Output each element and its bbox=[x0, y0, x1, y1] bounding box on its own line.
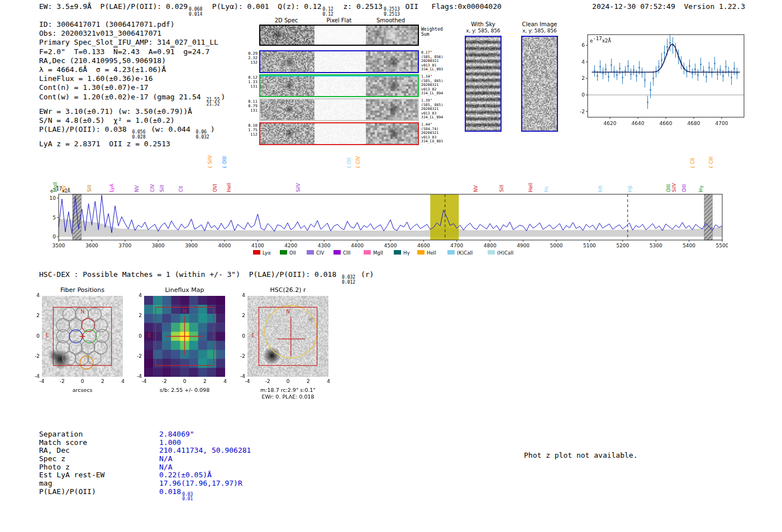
weighted-pixelflat-image bbox=[314, 26, 366, 45]
x-axis-tick-label: 2 bbox=[199, 378, 211, 384]
x-axis-tick-label: -2 bbox=[159, 378, 170, 384]
legend-entry: (H)CaII bbox=[497, 250, 513, 256]
fiber-weight-labels: 0.110.79131 bbox=[246, 99, 258, 113]
match-field-label: Spec z bbox=[39, 454, 159, 463]
north-compass-label: N bbox=[286, 309, 290, 314]
svg-text:5: 5 bbox=[53, 215, 56, 221]
spec2d-flat-image bbox=[314, 75, 366, 96]
emission-line-label: NV bbox=[134, 185, 140, 192]
emission-line-label: OIII bbox=[666, 184, 671, 192]
spec2d-flat-image bbox=[314, 123, 366, 144]
spec2d-fiber-row bbox=[259, 50, 419, 73]
full-spectrum-plot: 3500360037003800390040004100420043004400… bbox=[49, 155, 728, 261]
svg-text:4200: 4200 bbox=[284, 243, 297, 248]
with-sky-image bbox=[466, 37, 500, 131]
emission-line-label: OIII bbox=[681, 184, 687, 192]
match-table-row: mag17.96(17.96,17.97)R bbox=[39, 479, 251, 487]
spec2d-smooth-image bbox=[366, 123, 418, 144]
svg-text:4640: 4640 bbox=[632, 121, 645, 126]
north-compass-label: N bbox=[183, 309, 187, 314]
svg-text:4000: 4000 bbox=[218, 243, 231, 248]
lineflux-map-overlay: NE bbox=[144, 296, 225, 377]
svg-text:4500: 4500 bbox=[384, 243, 397, 248]
fiber-weight-labels: 0.101.75112 bbox=[246, 123, 258, 137]
info-line-radec: RA,Dec (210.410995,50.906918) bbox=[39, 56, 225, 65]
lineflux-map-image: NE bbox=[144, 296, 225, 377]
col-title-smoothed: Smoothed bbox=[365, 17, 417, 23]
svg-text:4660: 4660 bbox=[660, 121, 673, 126]
match-table-row: RA, Dec210.411734, 50.906281 bbox=[39, 446, 251, 454]
panel-title: Lineflux Map bbox=[144, 286, 225, 294]
match-field-value: N/A bbox=[159, 454, 172, 463]
svg-text:4800: 4800 bbox=[484, 243, 497, 248]
weighted-label-line1: Weighted bbox=[421, 27, 443, 32]
emission-line-label: NV bbox=[473, 185, 479, 192]
col-title-pixel-flat: Pixel Flat bbox=[313, 17, 365, 23]
fiber-weight-labels: 0.292.32132 bbox=[246, 51, 258, 65]
match-field-value: N/A bbox=[159, 463, 172, 471]
svg-text:3800: 3800 bbox=[152, 243, 165, 248]
emission-line-label: Hε bbox=[543, 186, 549, 192]
spec2d-fiber-row bbox=[259, 74, 419, 97]
plus-minus-range: 0.060.032 bbox=[196, 130, 209, 140]
svg-text:3600: 3600 bbox=[85, 243, 98, 248]
match-field-label: Photo z bbox=[39, 463, 159, 471]
svg-text:4600: 4600 bbox=[417, 243, 430, 248]
emission-line-label: Hβ bbox=[627, 185, 633, 192]
plus-minus-range: 0.0320.012 bbox=[342, 275, 355, 285]
emission-line-label: SiII bbox=[499, 185, 504, 192]
spec2d-fiber-row bbox=[259, 122, 419, 145]
svg-text:5100: 5100 bbox=[583, 243, 596, 248]
plus-minus-range: 21.5521.52 bbox=[206, 98, 220, 107]
y-axis-tick-label: 2 bbox=[26, 313, 40, 318]
info-line-seeing: F=2.0" T=0.133 N=2.43 A=0.91 g=24.7 bbox=[39, 47, 225, 56]
emission-line-label: { CII bbox=[690, 158, 695, 169]
col-title-2d-spec: 2D Spec bbox=[259, 17, 313, 23]
y-axis-tick-label: -2 bbox=[128, 353, 142, 359]
full-spectrum-svg: 3500360037003800390040004100420043004400… bbox=[49, 155, 728, 261]
with-sky-title: With Sky bbox=[458, 21, 508, 27]
east-compass-label: E bbox=[46, 333, 49, 338]
plus-minus-range: 0.030.01 bbox=[182, 492, 193, 502]
legend-entry: HeII bbox=[427, 250, 436, 256]
match-field-label: Match score bbox=[39, 438, 159, 447]
weighted-label-line2: Sum bbox=[421, 32, 443, 37]
north-compass-label: N bbox=[80, 309, 84, 314]
svg-text:5400: 5400 bbox=[683, 243, 695, 248]
weighted-2dspec-image bbox=[260, 26, 314, 45]
spec2d-section: 2D Spec Pixel Flat Smoothed Weighted Sum… bbox=[246, 0, 480, 152]
x-axis-tick-label: 4 bbox=[323, 378, 334, 384]
x-axis-tick-label: -2 bbox=[262, 378, 273, 384]
detection-info-block: ID: 3006417071 (3006417071.pdf) Obs: 202… bbox=[39, 20, 225, 148]
info-line-cont-n: Cont(n) = 1.30(±0.07)e-17 bbox=[39, 83, 225, 92]
x-axis-label: arcsecs bbox=[31, 387, 134, 393]
clean-image-title: Clean Image bbox=[514, 21, 565, 27]
y-axis-tick-label: 2 bbox=[232, 313, 245, 318]
emission-line-label: SiIV bbox=[671, 183, 677, 192]
svg-text:5200: 5200 bbox=[616, 243, 629, 248]
y-axis-tick-label: -2 bbox=[26, 353, 40, 359]
match-field-value: 1.000 bbox=[159, 438, 181, 447]
spec2d-smooth-image bbox=[366, 99, 418, 120]
legend-entry: Lyα bbox=[263, 250, 271, 256]
y-axis-tick-label: 0 bbox=[26, 333, 40, 339]
hsc-mag-caption: m:18.7 rc:2.9" s:0.1" bbox=[236, 387, 340, 393]
svg-text:5500: 5500 bbox=[716, 243, 728, 248]
emission-line-label: Hδ bbox=[598, 185, 603, 192]
emission-line-label: HeII bbox=[226, 183, 232, 192]
y-axis-tick-label: 0 bbox=[128, 333, 142, 339]
x-axis-tick-label: 0 bbox=[283, 378, 294, 384]
match-field-value: 0.018 bbox=[159, 487, 181, 496]
svg-text:3500: 3500 bbox=[53, 243, 65, 248]
svg-text:4: 4 bbox=[581, 59, 585, 65]
svg-text:0: 0 bbox=[581, 92, 585, 98]
info-line-ewr: EWr = 3.10(±0.71) (w: 3.50(±0.79))Å bbox=[39, 107, 225, 116]
info-line-obs: Obs: 20200321v013_3006417071 bbox=[39, 29, 225, 38]
svg-text:4680: 4680 bbox=[688, 121, 700, 126]
emission-line-label: SiII bbox=[87, 185, 92, 192]
svg-text:0: 0 bbox=[53, 234, 56, 239]
y-axis-tick-label: 2 bbox=[128, 313, 142, 318]
spec2d-fiber-row bbox=[259, 98, 419, 121]
match-field-value: 17.96(17.96,17.97)R bbox=[159, 479, 242, 487]
weighted-sum-row bbox=[259, 25, 419, 46]
